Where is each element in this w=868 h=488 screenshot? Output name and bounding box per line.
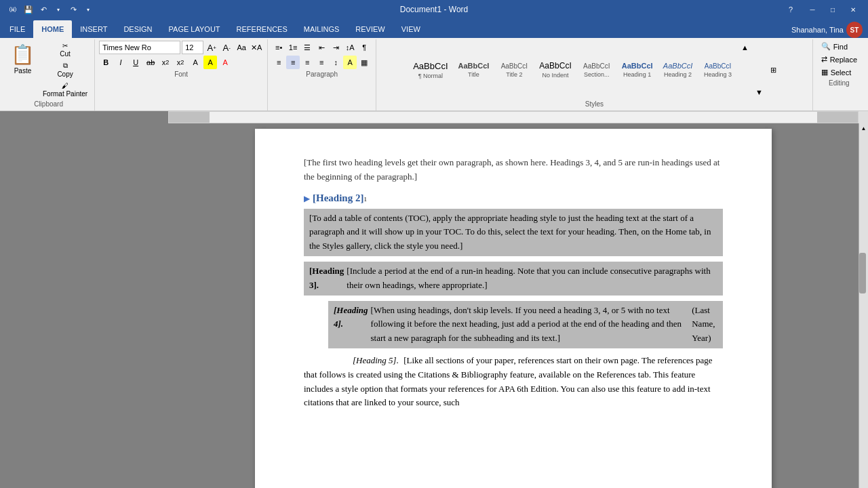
font-name-selector[interactable]: Times New Ro [99, 41, 180, 54]
style-normal[interactable]: AaBbCcI ¶ Normal [408, 49, 452, 90]
left-margin [0, 123, 168, 488]
sort-btn[interactable]: ↕A [343, 41, 357, 54]
text-highlight-btn[interactable]: A [203, 56, 217, 69]
justify-btn[interactable]: ≡ [315, 56, 328, 69]
heading3-body: [Include a period at the end of a run-in… [347, 264, 717, 293]
font-color-btn[interactable]: A [218, 56, 232, 69]
text-effect-btn[interactable]: A [189, 56, 202, 69]
format-painter-icon: 🖌 [62, 82, 68, 89]
format-painter-button[interactable]: 🖌 Format Painter [40, 81, 90, 99]
save-quick-btn[interactable]: 💾 [22, 3, 35, 16]
style-no-indent[interactable]: AaBbCcI No Indent [534, 49, 576, 90]
tab-file[interactable]: FILE [1, 20, 33, 38]
tab-review[interactable]: REVIEW [347, 20, 393, 38]
align-right-btn[interactable]: ≡ [300, 56, 314, 69]
maximize-btn[interactable]: □ [823, 3, 842, 16]
select-label: Select [831, 68, 852, 77]
minimize-btn[interactable]: ─ [803, 3, 822, 16]
scroll-thumb[interactable] [859, 253, 866, 293]
paragraph-group: ≡• 1≡ ☰ ⇤ ⇥ ↕A ¶ ≡ ≡ ≡ ≡ ↕ A ▦ Paragraph [268, 39, 376, 110]
show-marks-btn[interactable]: ¶ [357, 41, 371, 54]
style-title[interactable]: AaBbCcI Title [454, 49, 494, 90]
styles-scroll-down[interactable]: ▼ [753, 85, 766, 99]
style-section[interactable]: AaBbCcI Section... [577, 49, 616, 90]
style-no-indent-preview: AaBbCcI [539, 61, 571, 70]
multilevel-btn[interactable]: ☰ [300, 41, 314, 54]
editing-group: 🔍 Find ⇄ Replace ▦ Select Editing [813, 39, 865, 110]
title-bar-left: 🄦 💾 ↶ ▾ ↷ ▾ [5, 3, 95, 16]
align-center-btn[interactable]: ≡ [286, 56, 300, 69]
find-button[interactable]: 🔍 Find [817, 41, 861, 52]
font-size-selector[interactable]: 12 [182, 41, 203, 54]
style-heading1-name: Heading 1 [623, 71, 651, 78]
select-button[interactable]: ▦ Select [817, 66, 861, 78]
cut-button[interactable]: ✂ Cut [40, 41, 90, 59]
scroll-up-btn[interactable]: ▲ [859, 123, 869, 133]
cut-label: Cut [60, 50, 71, 58]
close-btn[interactable]: ✕ [844, 3, 863, 16]
subscript-btn[interactable]: x2 [159, 56, 172, 69]
superscript-btn[interactable]: x2 [174, 56, 187, 69]
customize-quick-access-btn[interactable]: ▾ [81, 3, 95, 16]
replace-button[interactable]: ⇄ Replace [817, 54, 861, 65]
find-label: Find [833, 43, 848, 51]
line-spacing-btn[interactable]: ↕ [329, 56, 342, 69]
clear-format-btn[interactable]: ✕A [250, 41, 263, 54]
ruler-container [0, 111, 868, 123]
paste-button[interactable]: 📋 Paste [7, 41, 39, 77]
toc-highlighted-block: [To add a table of contents (TOC), apply… [304, 209, 723, 256]
borders-btn[interactable]: ▦ [357, 56, 371, 69]
redo-btn[interactable]: ↷ [66, 3, 80, 16]
page-container: [The first two heading levels get their … [168, 123, 859, 488]
style-heading2[interactable]: AaBbCcI Heading 2 [658, 49, 698, 90]
tab-view[interactable]: VIEW [393, 20, 429, 38]
heading4-container: [Heading 4]. [When using headings, don't… [328, 301, 723, 348]
bullets-btn[interactable]: ≡• [272, 41, 285, 54]
styles-scroll-up[interactable]: ▲ [738, 41, 752, 54]
heading3-text: [Heading 3]. [309, 264, 344, 293]
tab-home[interactable]: HOME [33, 20, 72, 38]
paste-label: Paste [14, 67, 32, 75]
numbering-btn[interactable]: 1≡ [286, 41, 300, 54]
toc-paragraph: [To add a table of contents (TOC), apply… [309, 211, 717, 253]
style-normal-preview: AaBbCcI [413, 61, 448, 71]
tab-page-layout[interactable]: PAGE LAYOUT [161, 20, 229, 38]
style-heading1[interactable]: AaBbCcI Heading 1 [617, 49, 658, 90]
decrease-indent-btn[interactable]: ⇤ [315, 41, 328, 54]
copy-button[interactable]: ⧉ Copy [40, 60, 90, 79]
font-grow-btn[interactable]: A+ [205, 41, 218, 54]
window-title: Document1 - Word [400, 5, 468, 14]
undo-dropdown-btn[interactable]: ▾ [52, 3, 65, 16]
strikethrough-btn[interactable]: ab [144, 56, 157, 69]
tab-insert[interactable]: INSERT [72, 20, 115, 38]
help-btn[interactable]: ? [784, 3, 797, 16]
heading2-text: [Heading 2] [313, 190, 363, 206]
ruler-scrollbar-space [859, 111, 868, 123]
style-heading3-preview: AaBbCcI [705, 62, 731, 70]
replace-label: Replace [830, 56, 857, 64]
align-left-btn[interactable]: ≡ [272, 56, 285, 69]
style-title-name: Title [468, 71, 479, 78]
font-group: Times New Ro 12 A+ A- Aa ✕A B I U ab x2 … [95, 39, 268, 110]
tab-mailings[interactable]: MAILINGS [296, 20, 348, 38]
quick-access-toolbar: 💾 ↶ ▾ ↷ ▾ [22, 3, 95, 16]
undo-btn[interactable]: ↶ [37, 3, 50, 16]
shading-btn[interactable]: A [343, 56, 357, 69]
styles-more-btn[interactable]: ⊞ [767, 63, 781, 77]
font-shrink-btn[interactable]: A- [220, 41, 233, 54]
change-case-btn[interactable]: Aa [235, 41, 248, 54]
style-heading3[interactable]: AaBbCcI Heading 3 [698, 49, 738, 90]
vertical-scrollbar[interactable]: ▲ ▼ [859, 123, 868, 488]
tab-references[interactable]: REFERENCES [229, 20, 296, 38]
user-area: Shanahan, Tina ST [791, 22, 863, 38]
underline-button[interactable]: U [129, 56, 142, 69]
italic-button[interactable]: I [114, 56, 127, 69]
tab-design[interactable]: DESIGN [115, 20, 160, 38]
increase-indent-btn[interactable]: ⇥ [329, 41, 342, 54]
document-page[interactable]: [The first two heading levels get their … [255, 129, 772, 488]
style-heading2-preview: AaBbCcI [663, 62, 692, 70]
style-title2[interactable]: AaBbCcI Title 2 [494, 49, 534, 90]
clipboard-group: 📋 Paste ✂ Cut ⧉ Copy 🖌 Format Painter Cl… [3, 39, 95, 110]
heading4-text: [Heading 4]. [334, 304, 368, 332]
bold-button[interactable]: B [99, 56, 113, 69]
